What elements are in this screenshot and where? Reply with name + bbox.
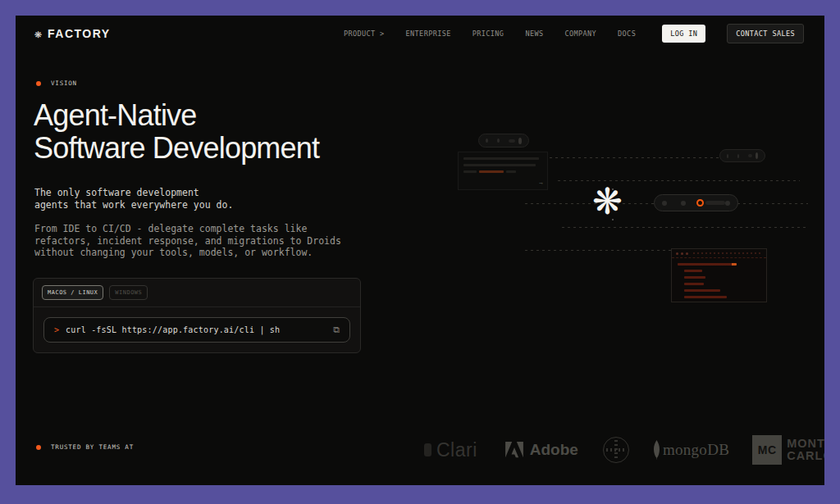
toggle-pill-top-left — [478, 134, 529, 148]
trusted-by-label: TRUSTED BY TEAMS AT — [36, 443, 134, 451]
toggle-pill-top-right — [719, 149, 765, 162]
pill-dot — [497, 138, 500, 143]
customer-logos: Clari Adobe mongoDB MC MONTE CARLO — [418, 425, 824, 474]
nav-item-company[interactable]: COMPANY — [564, 30, 596, 38]
hero-description: From IDE to CI/CD - delegate complete ta… — [34, 223, 341, 259]
pill-dot — [486, 138, 488, 143]
dim-text-line — [463, 164, 536, 166]
orange-dot-icon — [36, 81, 41, 86]
code-line — [684, 270, 702, 272]
adobe-logo: Adobe — [505, 441, 578, 459]
page: ❋ FACTORY PRODUCT > ENTERPRISE PRICING N… — [16, 16, 824, 485]
slider-dot — [662, 201, 667, 206]
pill-knob — [756, 152, 758, 159]
hero-subtitle: The only software development agents tha… — [34, 187, 233, 211]
copy-icon[interactable]: ⧉ — [333, 325, 340, 334]
mc-badge: MC — [752, 435, 782, 465]
logo-text: FACTORY — [48, 27, 111, 40]
orange-dot-icon — [36, 445, 41, 450]
arrow-icon: → — [539, 179, 543, 187]
logo[interactable]: ❋ FACTORY — [34, 27, 111, 40]
header: ❋ FACTORY PRODUCT > ENTERPRISE PRICING N… — [16, 16, 824, 52]
os-tabs: MACOS / LINUX WINDOWS — [34, 279, 360, 307]
title-line-2: Software Development — [34, 131, 319, 165]
window-dot-icon — [676, 252, 678, 255]
faint-tooltip-box: → — [458, 152, 548, 190]
pill-track — [748, 154, 752, 157]
clari-mark-icon — [424, 443, 431, 456]
slider-dot — [725, 201, 730, 206]
dim-text-line — [463, 157, 539, 160]
window-dot-icon — [681, 252, 683, 255]
page-title: Agent-Native Software Development — [34, 99, 319, 165]
main-nav: PRODUCT > ENTERPRISE PRICING NEWS COMPAN… — [344, 24, 804, 43]
cli-command-text: curl -fsSL https://app.factory.ai/cli | … — [66, 325, 326, 334]
nav-item-product[interactable]: PRODUCT > — [344, 30, 385, 38]
command-row: > curl -fsSL https://app.factory.ai/cli … — [34, 307, 360, 352]
dashed-line — [550, 157, 719, 158]
slider-active-dot — [696, 199, 704, 207]
slider-track — [705, 201, 726, 205]
bayer-logo — [603, 437, 629, 463]
tab-windows[interactable]: WINDOWS — [109, 285, 148, 300]
tab-macos-linux[interactable]: MACOS / LINUX — [42, 285, 103, 300]
pill-knob — [518, 138, 523, 144]
factory-asterisk-icon: ❋ — [34, 28, 42, 40]
progress-slider — [654, 194, 738, 211]
nav-item-docs[interactable]: DOCS — [618, 30, 636, 38]
mongodb-leaf-icon — [652, 440, 661, 460]
factory-pinwheel-icon: ❋ — [592, 184, 623, 220]
nav-item-enterprise[interactable]: ENTERPRISE — [406, 30, 451, 38]
nav-item-pricing[interactable]: PRICING — [472, 30, 504, 38]
code-line — [684, 296, 727, 298]
dim-title-bar — [693, 252, 762, 254]
code-line — [684, 283, 704, 285]
pill-dot — [737, 154, 739, 158]
mongodb-logo: mongoDB — [652, 440, 729, 460]
eyebrow-label: VISION — [51, 79, 77, 87]
pill-track — [509, 139, 515, 143]
clari-logo: Clari — [424, 439, 477, 461]
faint-code-snippet — [671, 248, 767, 302]
code-line — [684, 289, 720, 292]
bayer-cross-icon — [603, 437, 629, 463]
pill-dot — [727, 154, 728, 158]
contact-sales-button[interactable]: CONTACT SALES — [727, 24, 804, 43]
slider-dot — [681, 201, 686, 206]
monte-carlo-text: MONTE CARLO — [787, 438, 824, 462]
adobe-a-icon — [505, 442, 523, 458]
cli-command-box[interactable]: > curl -fsSL https://app.factory.ai/cli … — [43, 317, 350, 343]
dim-text-line — [463, 170, 542, 173]
code-snippet-header — [672, 249, 766, 258]
vision-eyebrow: VISION — [36, 79, 77, 87]
install-card: MACOS / LINUX WINDOWS > curl -fsSL https… — [33, 278, 361, 353]
trusted-text: TRUSTED BY TEAMS AT — [51, 443, 134, 451]
code-snippet-body — [672, 258, 766, 303]
title-line-1: Agent-Native — [34, 98, 197, 132]
login-button[interactable]: LOG IN — [662, 25, 705, 43]
monte-carlo-logo: MC MONTE CARLO — [752, 435, 824, 465]
window-dot-icon — [686, 252, 688, 255]
dashed-line — [562, 227, 808, 228]
nav-item-news[interactable]: NEWS — [525, 30, 543, 38]
code-line — [684, 276, 705, 279]
code-line — [678, 263, 737, 266]
prompt-chevron: > — [54, 325, 59, 334]
